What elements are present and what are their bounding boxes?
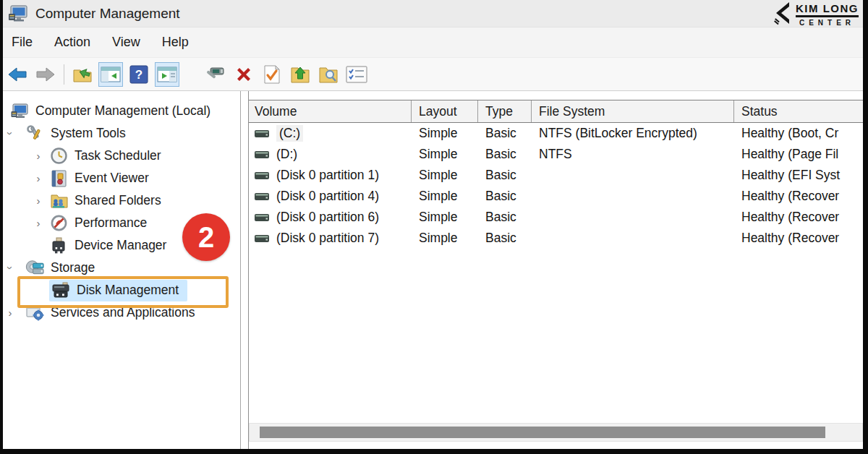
- volume-icon: [255, 193, 269, 200]
- selected-tree-item: Disk Management: [49, 280, 187, 301]
- content-area: Computer Management (Local) › System Too…: [3, 91, 863, 449]
- tree-item-task-scheduler[interactable]: › Task Scheduler: [3, 145, 240, 167]
- tree-item-label: Device Manager: [75, 238, 166, 253]
- layout-value: Simple: [412, 231, 478, 246]
- computer-icon: [10, 103, 29, 120]
- status-value: Healthy (Boot, Cr: [734, 126, 863, 141]
- disk-tools-button[interactable]: [203, 62, 228, 87]
- action-pane-icon: [157, 67, 177, 82]
- tree-item-services-and-applications[interactable]: › Services and Applications: [3, 301, 240, 324]
- show-action-pane-button[interactable]: [155, 62, 179, 87]
- chevron-right-icon[interactable]: ›: [33, 150, 43, 161]
- type-value: Basic: [478, 189, 532, 204]
- volume-label: (Disk 0 partition 1): [276, 168, 379, 183]
- tree-item-shared-folders[interactable]: › Shared Folders: [3, 189, 240, 212]
- clock-icon: [49, 147, 68, 165]
- show-console-tree-button[interactable]: [98, 62, 123, 87]
- column-header-type[interactable]: Type: [478, 100, 532, 122]
- shared-folders-icon: [49, 192, 68, 210]
- performance-icon: [49, 215, 68, 232]
- folder-up-button[interactable]: [288, 62, 312, 87]
- volume-label: (Disk 0 partition 4): [276, 189, 379, 204]
- back-button[interactable]: [5, 62, 30, 87]
- tree-item-system-tools[interactable]: › System Tools: [3, 122, 240, 145]
- brand-name: KIM LONG: [796, 2, 859, 17]
- column-header-status[interactable]: Status: [734, 100, 863, 122]
- chevron-right-icon[interactable]: ›: [33, 173, 43, 184]
- volume-label: (C:): [276, 125, 303, 142]
- volume-icon: [255, 130, 269, 137]
- toolbar: ?: [3, 57, 863, 91]
- type-value: Basic: [478, 126, 532, 141]
- menu-action[interactable]: Action: [43, 30, 101, 54]
- chevron-down-icon[interactable]: ›: [5, 263, 16, 273]
- device-manager-icon: [49, 237, 68, 254]
- volume-label: (Disk 0 partition 7): [276, 231, 379, 246]
- tree-item-label: Shared Folders: [75, 193, 161, 208]
- toolbar-separator: [64, 64, 64, 85]
- table-row[interactable]: (C:) Simple Basic NTFS (BitLocker Encryp…: [249, 123, 863, 144]
- table-row[interactable]: (D:) Simple Basic NTFS Healthy (Page Fil: [249, 144, 863, 165]
- table-row[interactable]: (Disk 0 partition 6) Simple Basic Health…: [249, 207, 863, 228]
- forward-button[interactable]: [33, 62, 58, 87]
- volume-label: (Disk 0 partition 6): [276, 210, 379, 225]
- folder-search-button[interactable]: [316, 62, 341, 87]
- brand-logo: KIM LONG CENTER: [773, 2, 859, 27]
- volume-list-pane: Volume Layout Type File System Status (C…: [248, 91, 863, 449]
- screenshot-frame: Computer Management KIM LONG CENTER File…: [0, 0, 868, 454]
- column-header-layout[interactable]: Layout: [412, 100, 478, 122]
- tree-item-event-viewer[interactable]: › Event Viewer: [3, 167, 240, 189]
- volume-icon: [255, 235, 269, 242]
- disk-management-icon: [51, 282, 70, 299]
- menu-file[interactable]: File: [9, 30, 43, 54]
- status-value: Healthy (Recover: [734, 210, 863, 225]
- type-value: Basic: [478, 147, 532, 162]
- help-icon: ?: [129, 65, 148, 84]
- volume-listview: Volume Layout Type File System Status (C…: [249, 100, 863, 249]
- validate-button[interactable]: [260, 62, 284, 87]
- tree-item-label: System Tools: [51, 126, 126, 141]
- volume-label: (D:): [276, 147, 297, 162]
- properties-button[interactable]: [344, 62, 369, 87]
- document-check-icon: [263, 64, 281, 85]
- status-value: Healthy (EFI Syst: [734, 168, 863, 183]
- layout-value: Simple: [412, 189, 478, 204]
- chevron-right-icon[interactable]: ›: [33, 195, 43, 206]
- tree-item-label: Disk Management: [77, 283, 179, 298]
- tree-item-label: Task Scheduler: [75, 148, 161, 163]
- tree-item-label: Computer Management (Local): [35, 103, 210, 119]
- event-log-icon: [49, 170, 68, 187]
- tree-item-label: Event Viewer: [75, 171, 149, 186]
- layout-value: Simple: [412, 147, 478, 162]
- help-button[interactable]: ?: [127, 62, 151, 87]
- computer-management-app-icon: [8, 4, 28, 23]
- file-system-value: NTFS (BitLocker Encrypted): [532, 126, 734, 141]
- volume-icon: [255, 172, 269, 179]
- chevron-right-icon[interactable]: ›: [33, 218, 43, 228]
- table-row[interactable]: (Disk 0 partition 4) Simple Basic Health…: [249, 186, 863, 207]
- volume-icon: [255, 151, 269, 158]
- horizontal-scrollbar[interactable]: [249, 423, 863, 442]
- chevron-down-icon[interactable]: ›: [5, 129, 16, 139]
- menu-view[interactable]: View: [101, 30, 151, 54]
- properties-list-icon: [346, 66, 367, 83]
- type-value: Basic: [478, 231, 532, 246]
- system-tools-icon: [25, 125, 44, 142]
- scrollbar-thumb[interactable]: [260, 427, 825, 438]
- pane-splitter[interactable]: [241, 91, 248, 449]
- tree-item-computer-management[interactable]: Computer Management (Local): [3, 100, 240, 122]
- forward-arrow-icon: [35, 67, 56, 82]
- window-title: Computer Management: [35, 6, 180, 22]
- chevron-right-icon[interactable]: ›: [5, 307, 15, 318]
- table-row[interactable]: (Disk 0 partition 7) Simple Basic Health…: [249, 228, 863, 249]
- menu-help[interactable]: Help: [151, 30, 200, 54]
- export-list-button[interactable]: [70, 62, 95, 87]
- listview-header: Volume Layout Type File System Status: [249, 100, 863, 123]
- delete-button[interactable]: [231, 62, 256, 87]
- column-header-file-system[interactable]: File System: [532, 100, 734, 122]
- console-tree-pane: Computer Management (Local) › System Too…: [3, 91, 241, 449]
- tree-item-disk-management[interactable]: Disk Management: [3, 279, 240, 301]
- table-row[interactable]: (Disk 0 partition 1) Simple Basic Health…: [249, 165, 863, 186]
- column-header-volume[interactable]: Volume: [249, 100, 412, 122]
- layout-value: Simple: [412, 168, 478, 183]
